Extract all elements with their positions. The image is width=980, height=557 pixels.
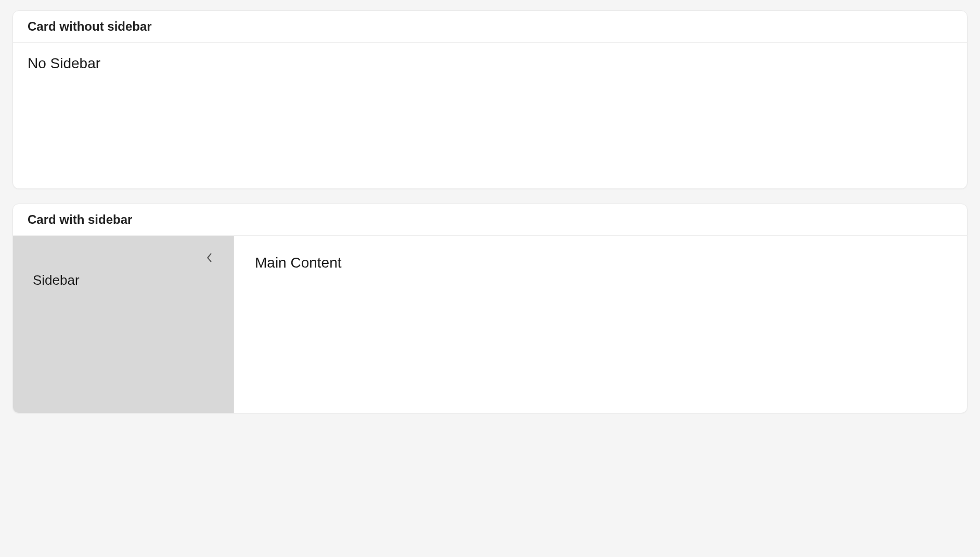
card-header-title: Card without sidebar [28, 19, 952, 34]
main-content-text: Main Content [255, 255, 946, 271]
card-header-title: Card with sidebar [28, 212, 952, 227]
card-with-sidebar: Card with sidebar Sidebar Main Content [12, 204, 968, 413]
card-header: Card with sidebar [13, 204, 967, 236]
chevron-left-icon [205, 252, 214, 263]
sidebar-text: Sidebar [33, 272, 214, 288]
sidebar-panel: Sidebar [13, 236, 234, 413]
card-header: Card without sidebar [13, 11, 967, 43]
card-body-text: No Sidebar [28, 55, 952, 72]
collapse-sidebar-button[interactable] [202, 250, 217, 265]
card-without-sidebar: Card without sidebar No Sidebar [12, 10, 968, 189]
card-body: No Sidebar [13, 43, 967, 188]
main-panel: Main Content [234, 236, 967, 413]
card-body: Sidebar Main Content [13, 236, 967, 413]
